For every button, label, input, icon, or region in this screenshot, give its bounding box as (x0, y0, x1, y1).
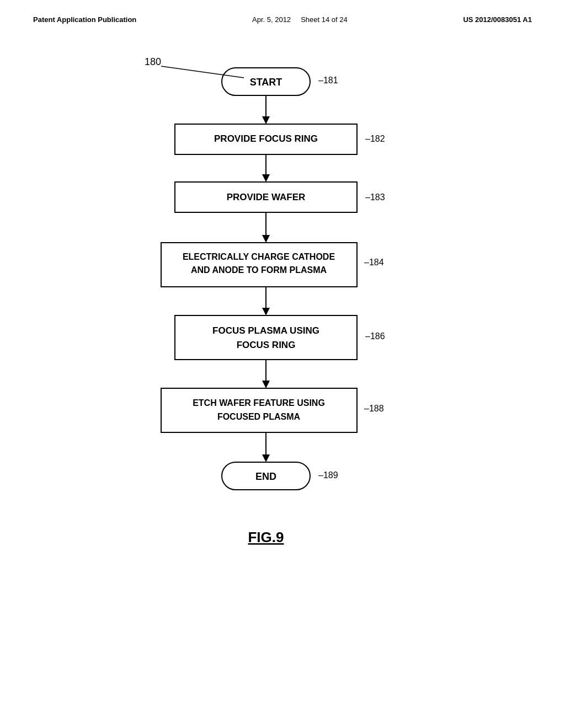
ref-189: –189 (318, 470, 338, 480)
ref-188: –188 (364, 404, 384, 413)
arrow-2-head (262, 174, 270, 182)
label-186-line1: FOCUS PLASMA USING (212, 325, 319, 336)
label-188-line1: ETCH WAFER FEATURE USING (193, 398, 325, 408)
ref-186: –186 (365, 331, 385, 341)
ref-180: 180 (145, 56, 161, 67)
header-sheet: Sheet 14 of 24 (301, 15, 348, 24)
page: Patent Application Publication Apr. 5, 2… (0, 0, 565, 728)
header-date-sheet: Apr. 5, 2012 Sheet 14 of 24 (252, 15, 348, 24)
arrow-4-head (262, 308, 270, 315)
node-186 (175, 315, 357, 360)
node-184 (161, 243, 357, 287)
start-label: START (250, 77, 282, 88)
label-184-line1: ELECTRICALLY CHARGE CATHODE (183, 252, 335, 261)
header-date: Apr. 5, 2012 (252, 15, 291, 24)
arrow-3-head (262, 235, 270, 243)
figure-label: FIG.9 (248, 529, 284, 545)
flowchart-svg: 180 START –181 PROVIDE FOCUS RING –182 P… (89, 35, 476, 614)
ref-182: –182 (365, 134, 385, 143)
arrow-5-head (262, 381, 270, 388)
header-patent-number: US 2012/0083051 A1 (463, 15, 532, 24)
flowchart-container: 180 START –181 PROVIDE FOCUS RING –182 P… (0, 24, 565, 728)
label-182: PROVIDE FOCUS RING (214, 133, 318, 144)
page-header: Patent Application Publication Apr. 5, 2… (0, 0, 565, 24)
label-184-line2: AND ANODE TO FORM PLASMA (191, 265, 327, 275)
arrow-6-head (262, 454, 270, 462)
label-188-line2: FOCUSED PLASMA (217, 412, 301, 421)
header-publication-label: Patent Application Publication (33, 15, 136, 24)
ref-183: –183 (365, 192, 385, 202)
end-label: END (255, 471, 276, 482)
label-183: PROVIDE WAFER (227, 192, 306, 202)
node-188 (161, 388, 357, 432)
ref-181: –181 (318, 76, 338, 85)
label-186-line2: FOCUS RING (237, 340, 296, 350)
ref-184: –184 (364, 258, 384, 267)
arrow-1-head (262, 116, 270, 124)
